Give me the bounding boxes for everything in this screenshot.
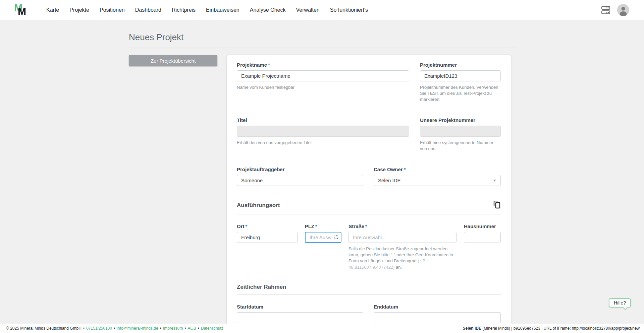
nav-item-dashboard[interactable]: Dashboard <box>135 7 161 13</box>
unsere-projektnummer-field: Unsere Projektnummer Erhält eine systemg… <box>420 117 501 152</box>
footer-link-phone[interactable]: 07151/250100 <box>86 326 112 331</box>
ort-input[interactable] <box>237 232 298 243</box>
projektauftraggeber-field: Projektauftraggeber <box>237 166 363 186</box>
strasse-field: Straße* Falls die Position keiner Straße… <box>348 223 457 270</box>
strasse-helper: Falls die Position keiner Straße zugeord… <box>348 246 457 270</box>
user-avatar-icon[interactable] <box>617 4 629 16</box>
nav-item-so-funktionierts[interactable]: So funktioniert's <box>330 7 368 13</box>
page-title: Neues Projekt <box>129 32 515 48</box>
nav-item-projekte[interactable]: Projekte <box>69 7 89 13</box>
titel-label: Titel <box>237 117 409 123</box>
hausnummer-field: Hausnummer <box>464 223 501 270</box>
chevron-down-icon: ▼ <box>493 179 496 182</box>
projektname-label: Projektname* <box>237 62 409 68</box>
nav-item-positionen[interactable]: Positionen <box>100 7 125 13</box>
ausfuehrungsort-title: Ausführungsort <box>237 202 280 209</box>
enddatum-field: Enddatum <box>374 304 501 323</box>
projektnummer-input[interactable] <box>420 70 501 81</box>
required-marker: * <box>246 223 248 229</box>
case-owner-field: Case Owner* Selen IDE ▼ <box>374 166 501 186</box>
footer-link-impressum[interactable]: Impressum <box>163 326 183 331</box>
footer-link-datenschutz[interactable]: Datenschutz <box>201 326 223 331</box>
required-marker: * <box>315 223 317 229</box>
unsere-projektnummer-helper: Erhält eine systemgenerierte Nummer von … <box>420 140 501 152</box>
enddatum-label: Enddatum <box>374 304 501 310</box>
mineral-minds-logo[interactable]: M M <box>13 2 31 18</box>
footer-session-info: Selen IDE (Mineral Minds) | b91695ed7623… <box>463 326 640 331</box>
strasse-input[interactable] <box>348 232 457 243</box>
main-nav: Karte Projekte Positionen Dashboard Rich… <box>46 7 368 13</box>
zur-projektuebersicht-button[interactable]: Zur Projektübersicht <box>129 55 217 66</box>
projektnummer-field: Projektnummer Projektnummer des Kunden. … <box>420 62 501 103</box>
plz-label: PLZ* <box>305 223 341 229</box>
page-content: Neues Projekt Zur Projektübersicht Proje… <box>129 32 515 333</box>
zeitlicher-rahmen-section-header: Zeitlicher Rahmen <box>237 284 501 295</box>
startdatum-field: Startdatum <box>237 304 363 323</box>
zeitlicher-rahmen-title: Zeitlicher Rahmen <box>237 284 286 290</box>
footer-link-email[interactable]: info@mineral-minds.de <box>117 326 158 331</box>
required-marker: * <box>365 223 367 229</box>
top-navigation-bar: M M Karte Projekte Positionen Dashboard … <box>0 0 644 20</box>
logo-m-black: M <box>18 6 26 16</box>
footer-bar: © 2025 Mineral Minds Deutschland GmbH • … <box>0 324 644 333</box>
projektname-field: Projektname* Name vom Kunden festlegbar <box>237 62 409 103</box>
projektname-helper: Name vom Kunden festlegbar <box>237 84 409 90</box>
projektname-input[interactable] <box>237 70 409 81</box>
ort-label: Ort* <box>237 223 298 229</box>
titel-field: Titel Erhält den von uns vorgegebenen Ti… <box>237 117 409 152</box>
strasse-label: Straße* <box>348 223 457 229</box>
enddatum-input[interactable] <box>374 312 501 323</box>
required-marker: * <box>268 62 270 68</box>
projektnummer-helper: Projektnummer des Kunden. Verwenden Sie … <box>420 84 501 103</box>
footer-session-details: (Mineral Minds) | b91695ed7623 | URL of … <box>481 326 640 331</box>
footer-link-agb[interactable]: AGB <box>187 326 196 331</box>
case-owner-select[interactable]: Selen IDE ▼ <box>374 175 501 186</box>
projektnummer-label: Projektnummer <box>420 62 501 68</box>
ausfuehrungsort-section-header: Ausführungsort <box>237 201 501 214</box>
projektauftraggeber-label: Projektauftraggeber <box>237 166 363 172</box>
help-button[interactable]: Hilfe? <box>609 298 631 308</box>
required-marker: * <box>404 166 406 172</box>
startdatum-input[interactable] <box>237 312 363 323</box>
case-owner-value: Selen IDE <box>378 178 401 183</box>
footer-left: © 2025 Mineral Minds Deutschland GmbH • … <box>6 326 223 331</box>
case-owner-label: Case Owner* <box>374 166 501 172</box>
hausnummer-label: Hausnummer <box>464 223 501 229</box>
titel-input <box>237 126 409 137</box>
action-column: Zur Projektübersicht <box>129 55 217 66</box>
plz-field: PLZ* <box>305 223 341 270</box>
nav-item-karte[interactable]: Karte <box>46 7 59 13</box>
address-row: Ort* PLZ* Straße* Falls die Position k <box>237 223 501 270</box>
nav-item-verwalten[interactable]: Verwalten <box>296 7 319 13</box>
copy-icon[interactable] <box>493 201 501 210</box>
titel-helper: Erhält den von uns vorgegebenen Titel. <box>237 140 409 146</box>
header-actions <box>601 4 629 16</box>
project-form-card: Projektname* Name vom Kunden festlegbar … <box>227 55 511 331</box>
unsere-projektnummer-input <box>420 126 501 137</box>
unsere-projektnummer-label: Unsere Projektnummer <box>420 117 501 123</box>
form-column: Projektname* Name vom Kunden festlegbar … <box>227 55 511 333</box>
nav-item-richtpreis[interactable]: Richtpreis <box>172 7 196 13</box>
server-icon[interactable] <box>601 6 610 14</box>
ort-field: Ort* <box>237 223 298 270</box>
nav-item-analyse-check[interactable]: Analyse Check <box>250 7 286 13</box>
dates-row: Startdatum Enddatum <box>237 304 501 323</box>
nav-item-einbauweisen[interactable]: Einbauweisen <box>206 7 239 13</box>
startdatum-label: Startdatum <box>237 304 363 310</box>
copyright-text: © 2025 Mineral Minds Deutschland GmbH <box>6 326 82 331</box>
hausnummer-input[interactable] <box>464 232 501 243</box>
footer-user: Selen IDE <box>463 326 481 331</box>
projektauftraggeber-input[interactable] <box>237 175 363 186</box>
